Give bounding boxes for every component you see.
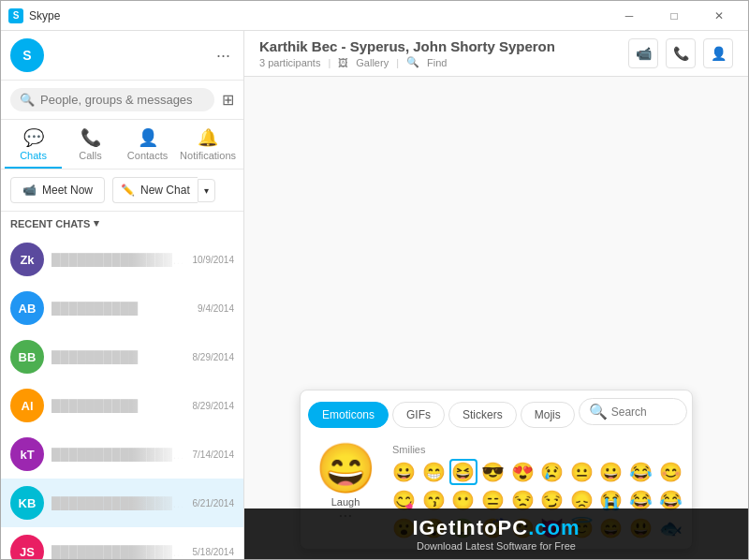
chat-date: 9/4/2014	[198, 303, 234, 314]
emoji-search-wrapper: 🔍	[579, 398, 687, 425]
chat-info: ██████████	[51, 350, 185, 364]
avatar: AB	[10, 291, 44, 325]
chat-date: 7/14/2014	[193, 449, 235, 460]
chat-date: 8/29/2014	[193, 401, 235, 411]
emoji-search-input[interactable]	[611, 405, 677, 419]
profile-area: S ···	[1, 31, 243, 81]
new-chat-group: ✏️ New Chat ▾	[112, 177, 215, 203]
stickers-tab[interactable]: Stickers	[448, 402, 517, 428]
emoji-cell[interactable]: 😢	[538, 459, 566, 485]
calls-icon: 📞	[81, 127, 101, 148]
nav-tabs: 💬 Chats 📞 Calls 👤 Contacts 🔔 Notificatio…	[1, 120, 243, 169]
emoji-cell[interactable]: 😀	[597, 459, 625, 485]
chat-info: ████████████████	[51, 448, 185, 462]
recent-chats-header: RECENT CHATS ▾	[1, 212, 243, 235]
maximize-button[interactable]: □	[653, 2, 696, 30]
app-icon: S	[8, 8, 23, 23]
chat-header-actions: 📹 📞 👤	[628, 38, 733, 68]
new-chat-button[interactable]: ✏️ New Chat	[112, 177, 198, 203]
action-buttons: 📹 Meet Now ✏️ New Chat ▾	[1, 169, 243, 212]
emoji-cell[interactable]: 😊	[656, 459, 684, 485]
new-chat-icon: ✏️	[121, 184, 135, 197]
chat-header-info: Karthik Bec - Syperus, John Shorty Syper…	[259, 38, 628, 68]
sidebar: S ··· 🔍 ⊞ 💬 Chats 📞	[1, 31, 244, 559]
new-chat-dropdown-button[interactable]: ▾	[198, 179, 215, 202]
watermark-brand: IGetIntoPC.com	[252, 516, 741, 540]
chat-date: 10/9/2014	[193, 255, 235, 265]
find-label[interactable]: Find	[427, 57, 447, 68]
list-item[interactable]: Zk ████████████████ 10/9/2014	[1, 235, 243, 284]
tab-chats-label: Chats	[20, 150, 47, 161]
voice-call-button[interactable]: 📞	[666, 38, 696, 68]
window-title: Skype	[29, 9, 608, 22]
chat-info: ████████████████	[51, 545, 185, 559]
new-chat-label: New Chat	[140, 184, 190, 197]
avatar: kT	[10, 437, 44, 471]
watermark: IGetIntoPC.com Download Latest Software …	[244, 508, 748, 559]
chat-header: Karthik Bec - Syperus, John Shorty Syper…	[244, 31, 748, 77]
chat-info: ████████████████	[51, 253, 185, 267]
featured-emoji-icon: 😄	[316, 444, 376, 493]
notifications-icon: 🔔	[198, 127, 218, 148]
minimize-button[interactable]: ─	[608, 2, 651, 30]
chat-name: ██████████	[51, 350, 185, 364]
tab-contacts[interactable]: 👤 Contacts	[119, 120, 176, 169]
meet-now-button[interactable]: 📹 Meet Now	[10, 177, 105, 203]
chat-body: Emoticons GIFs Stickers Mojis 🔍 �	[244, 77, 748, 559]
list-item[interactable]: BB ██████████ 8/29/2014	[1, 332, 243, 381]
profile-icon: 👤	[711, 46, 727, 61]
search-wrapper: 🔍	[10, 88, 214, 111]
watermark-tagline: Download Latest Software for Free	[252, 540, 741, 552]
search-input[interactable]	[40, 93, 205, 107]
video-call-button[interactable]: 📹	[628, 38, 658, 68]
list-item[interactable]: kT ████████████████ 7/14/2014	[1, 430, 243, 479]
gifs-tab[interactable]: GIFs	[392, 402, 445, 428]
gallery-icon: 🖼	[338, 57, 348, 68]
list-item[interactable]: JS ████████████████ 5/18/2014	[1, 527, 243, 559]
emoji-cell[interactable]: 😂	[627, 459, 655, 485]
emoji-cell[interactable]: 😆	[449, 459, 477, 485]
chats-icon: 💬	[23, 127, 44, 148]
emoji-cell[interactable]: 😀	[390, 459, 419, 485]
avatar: KB	[10, 486, 44, 520]
close-button[interactable]: ✕	[698, 2, 741, 30]
chat-name: ████████████████	[51, 253, 185, 267]
mojis-tab[interactable]: Mojis	[521, 402, 575, 428]
gallery-label[interactable]: Gallery	[356, 57, 389, 68]
tab-notifications-label: Notifications	[180, 150, 236, 161]
meet-now-label: Meet Now	[42, 184, 93, 197]
phone-icon: 📞	[673, 46, 689, 61]
meet-now-icon: 📹	[22, 184, 37, 197]
chat-name: ████████████████	[51, 545, 185, 559]
participants-count: 3 participants	[259, 57, 320, 68]
tab-calls-label: Calls	[79, 150, 101, 161]
more-options-button[interactable]: ···	[213, 42, 234, 69]
chat-date: 5/18/2014	[193, 547, 235, 557]
contacts-icon: 👤	[138, 127, 158, 148]
list-item[interactable]: AB ██████████ 9/4/2014	[1, 284, 243, 332]
tab-notifications[interactable]: 🔔 Notifications	[176, 120, 240, 169]
chat-header-sub: 3 participants | 🖼 Gallery | 🔍 Find	[259, 56, 628, 68]
find-icon: 🔍	[406, 56, 419, 68]
title-bar: S Skype ─ □ ✕	[1, 1, 748, 31]
chat-info: ████████████████████	[51, 496, 185, 510]
list-item[interactable]: KB ████████████████████ 6/21/2014	[1, 479, 243, 527]
emoticons-tab[interactable]: Emoticons	[308, 402, 389, 428]
chat-name: ██████████	[51, 302, 190, 316]
tab-chats[interactable]: 💬 Chats	[5, 120, 62, 169]
emoji-cell[interactable]: 😁	[420, 459, 448, 485]
list-item[interactable]: Al ██████████ 8/29/2014	[1, 381, 243, 430]
emoji-picker-tabs: Emoticons GIFs Stickers Mojis 🔍	[301, 391, 692, 436]
emoji-cell[interactable]: 😐	[568, 459, 596, 485]
recent-chats-chevron[interactable]: ▾	[94, 217, 99, 229]
video-icon: 📹	[636, 46, 652, 61]
grid-icon[interactable]: ⊞	[222, 91, 234, 109]
chat-date: 8/29/2014	[193, 352, 235, 362]
search-area: 🔍 ⊞	[1, 81, 243, 120]
featured-emoji-label: Laugh	[331, 496, 360, 508]
emoji-cell[interactable]: 😍	[508, 459, 536, 485]
avatar[interactable]: S	[10, 38, 44, 72]
profile-button[interactable]: 👤	[703, 38, 733, 68]
emoji-cell[interactable]: 😎	[479, 459, 507, 485]
tab-calls[interactable]: 📞 Calls	[62, 120, 119, 169]
